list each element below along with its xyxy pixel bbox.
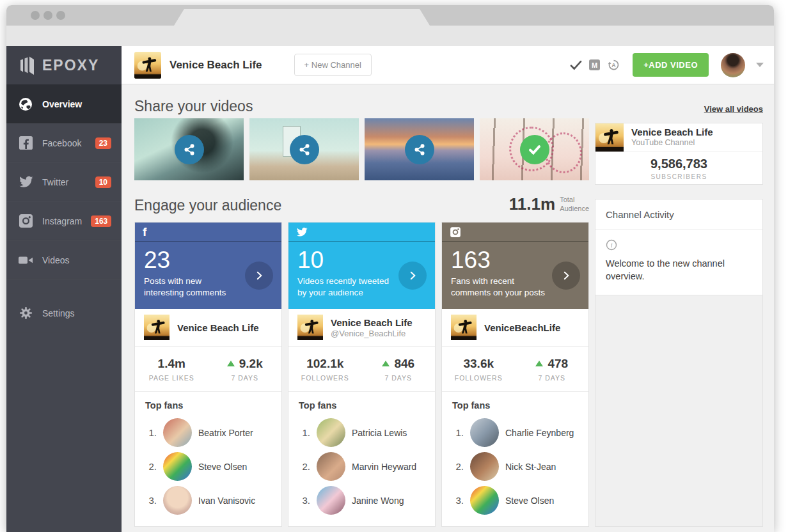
delta-label: 7 DAYS <box>362 374 436 382</box>
fan-name: Steve Olsen <box>198 462 247 472</box>
fan-name: Janine Wong <box>352 496 404 506</box>
info-icon: i <box>606 239 752 251</box>
top-fans-title: Top fans <box>452 400 578 411</box>
fan-rank: 1. <box>145 427 157 438</box>
sidebar-item-settings[interactable]: Settings <box>6 293 122 332</box>
window-control-icon[interactable] <box>43 11 52 20</box>
fan-avatar <box>470 452 499 481</box>
facebook-description: Posts with new interesting comments <box>144 276 240 299</box>
top-fans-title: Top fans <box>299 400 425 411</box>
sidebar-item-label: Twitter <box>42 177 68 187</box>
fan-avatar <box>163 486 192 515</box>
instagram-badge: 163 <box>91 215 111 227</box>
channel-type: YouTube Channel <box>631 138 713 147</box>
new-channel-button[interactable]: + New Channel <box>294 54 372 76</box>
share-section-title: Share your videos <box>134 98 253 115</box>
check-icon[interactable] <box>570 60 582 70</box>
sidebar-item-twitter[interactable]: Twitter 10 <box>6 162 122 201</box>
delta-label: 7 DAYS <box>209 374 282 382</box>
fan-rank: 1. <box>299 427 310 438</box>
chevron-right-icon[interactable] <box>398 262 427 290</box>
channel-activity-card: Channel Activity i Welcome to the new ch… <box>595 199 763 527</box>
sidebar-item-label: Settings <box>42 308 75 318</box>
fan-avatar <box>470 418 499 447</box>
fan-avatar <box>317 418 345 447</box>
total-audience-label: TotalAudience <box>560 196 589 212</box>
fan-row[interactable]: 1. Patricia Lewis <box>299 418 425 447</box>
twitter-icon <box>18 175 33 190</box>
fan-row[interactable]: 1. Charlie Feynberg <box>452 418 578 447</box>
facebook-card-header[interactable]: f 23 Posts with new interesting comments <box>135 223 281 309</box>
facebook-badge: 23 <box>95 137 111 149</box>
view-all-videos-link[interactable]: View all videos <box>704 104 763 114</box>
brand-name: EPOXY <box>42 57 99 74</box>
fan-row[interactable]: 3. Ivan Vanisovic <box>145 486 271 515</box>
fan-avatar <box>470 486 499 515</box>
browser-tab[interactable] <box>174 9 430 26</box>
followers-value: 102.1k <box>288 357 362 371</box>
twitter-card-header[interactable]: 10 Videos recently tweeted by your audie… <box>288 223 435 309</box>
sidebar-item-label: Overview <box>42 99 82 109</box>
fan-avatar <box>163 452 192 481</box>
fan-row[interactable]: 2. Nick St-Jean <box>452 452 578 481</box>
delta-value: 9.2k <box>239 357 263 370</box>
sidebar-item-videos[interactable]: Videos <box>6 240 122 279</box>
fan-avatar <box>163 418 192 447</box>
twitter-stats: 102.1k FOLLOWERS 846 7 DAYS <box>288 347 435 392</box>
top-header: Venice Beach Life + New Channel M A <box>122 46 774 84</box>
add-video-button[interactable]: +ADD VIDEO <box>633 53 709 77</box>
browser-addressbar[interactable] <box>6 26 774 46</box>
share-icon[interactable] <box>290 135 319 164</box>
browser-window: EPOXY Overview <box>6 5 774 532</box>
shared-check-icon[interactable] <box>520 135 549 164</box>
video-thumbnail-lifeguard-tower[interactable] <box>249 118 359 180</box>
video-thumbnail-skateboarder[interactable] <box>134 118 244 180</box>
fan-row[interactable]: 2. Steve Olsen <box>145 452 271 481</box>
instagram-channel-row: VeniceBeachLife <box>442 309 588 347</box>
engage-card-instagram: 163 Fans with recent comments on your po… <box>441 222 589 527</box>
gear-icon <box>18 306 33 321</box>
fan-row[interactable]: 3. Steve Olsen <box>452 486 578 515</box>
share-icon[interactable] <box>405 135 434 164</box>
fan-rank: 3. <box>145 495 157 506</box>
activity-empty-area <box>595 295 762 526</box>
engage-card-twitter: 10 Videos recently tweeted by your audie… <box>288 222 436 527</box>
m-badge-icon[interactable]: M <box>589 59 600 70</box>
fan-row[interactable]: 2. Marvin Heyward <box>299 452 425 481</box>
fan-row[interactable]: 1. Beatrix Porter <box>145 418 271 447</box>
chevron-down-icon[interactable] <box>756 63 764 67</box>
window-control-icon[interactable] <box>31 11 40 20</box>
chevron-right-icon[interactable] <box>552 262 580 290</box>
share-icon[interactable] <box>175 135 204 164</box>
sidebar-divider <box>6 279 122 293</box>
fan-name: Nick St-Jean <box>505 462 556 472</box>
video-camera-icon <box>18 253 33 268</box>
twitter-badge: 10 <box>95 176 111 188</box>
instagram-card-header[interactable]: 163 Fans with recent comments on your po… <box>442 223 588 309</box>
twitter-icon <box>296 226 308 238</box>
channel-name: VeniceBeachLife <box>484 322 560 333</box>
followers-label: FOLLOWERS <box>442 374 516 382</box>
hula-hoop-decoration <box>545 132 582 173</box>
sidebar-item-instagram[interactable]: Instagram 163 <box>6 201 122 240</box>
channel-name: Venice Beach Life <box>169 59 262 72</box>
fan-row[interactable]: 3. Janine Wong <box>299 486 425 515</box>
fan-rank: 2. <box>145 461 157 472</box>
total-audience: 11.1m TotalAudience <box>509 194 589 214</box>
sidebar-item-overview[interactable]: Overview <box>6 84 122 123</box>
activity-message: Welcome to the new channel overview. <box>606 257 752 283</box>
user-avatar[interactable] <box>721 53 745 77</box>
sidebar-item-label: Instagram <box>42 216 82 226</box>
sidebar-item-facebook[interactable]: Facebook 23 <box>6 123 122 162</box>
chevron-right-icon[interactable] <box>245 262 273 290</box>
video-thumbnail-skatepark-sunset[interactable] <box>365 118 474 180</box>
video-thumbnail-hula-hoop[interactable] <box>480 118 589 180</box>
auto-sync-icon[interactable]: A <box>607 58 620 72</box>
fan-name: Ivan Vanisovic <box>198 496 255 506</box>
facebook-channel-row: Venice Beach Life <box>135 309 281 347</box>
window-control-icon[interactable] <box>56 11 65 20</box>
subscribers-label: SUBSCRIBERS <box>595 173 762 180</box>
channel-avatar <box>134 52 161 79</box>
svg-text:i: i <box>611 242 613 249</box>
channel-name: Venice Beach Life <box>631 127 713 137</box>
